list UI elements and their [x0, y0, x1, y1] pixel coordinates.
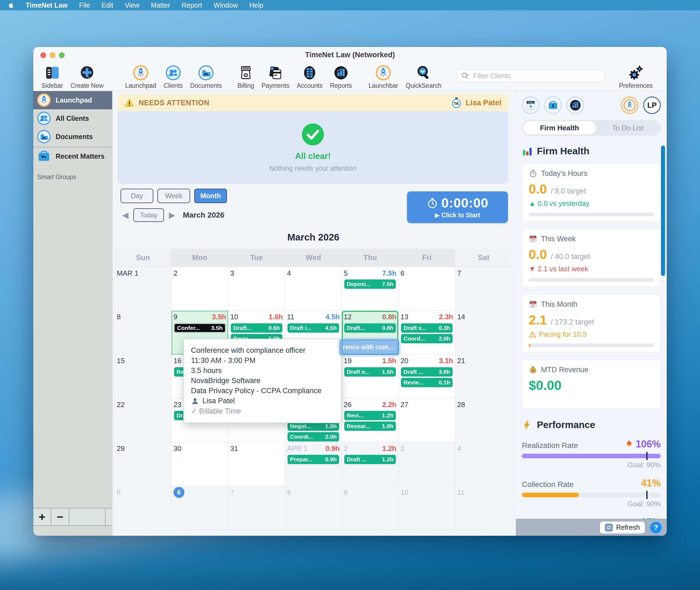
calendar-day-cell[interactable]: 6: [172, 486, 228, 530]
calendar-day-cell[interactable]: 15: [115, 355, 172, 399]
calendar-day-cell[interactable]: 57.5hDeposi...7.5h: [342, 267, 399, 311]
minimize-window-button[interactable]: [50, 53, 56, 58]
calendar-day-cell[interactable]: 30: [172, 442, 228, 486]
refresh-button[interactable]: Refresh: [600, 521, 645, 533]
tab-firm-health[interactable]: Firm Health: [523, 121, 596, 135]
sidebar-item-recent-matters[interactable]: Recent Matters: [33, 147, 112, 165]
prev-month-button[interactable]: ◀: [122, 211, 128, 219]
calendar-event[interactable]: Draft e...1.5h: [344, 367, 396, 377]
quick-entry-button[interactable]: Entry: [522, 97, 539, 114]
view-month-button[interactable]: Month: [194, 189, 227, 203]
calendar-day-cell[interactable]: 2: [172, 267, 228, 311]
calendar-day-cell[interactable]: 7: [455, 267, 512, 311]
toolbar-sidebar[interactable]: Sidebar: [41, 65, 63, 89]
calendar-day-cell[interactable]: 27: [399, 398, 455, 442]
calendar-day-cell[interactable]: 29: [115, 442, 172, 486]
calendar-day-cell[interactable]: 262.2hRevi...1.2hResear...1.0h: [342, 398, 399, 442]
tab-to-do-list[interactable]: To Do List: [596, 121, 660, 135]
calendar-day-cell[interactable]: 3: [228, 267, 285, 311]
dragged-event-ghost[interactable]: rence with com...: [340, 339, 399, 355]
calendar-day-cell[interactable]: 7: [228, 486, 285, 530]
calendar-day-cell[interactable]: 4: [285, 267, 342, 311]
toolbar-quicksearch[interactable]: QuickSearch: [406, 65, 442, 89]
calendar-event[interactable]: Confer...3.5h: [174, 323, 226, 332]
timer-start-button[interactable]: 0:00:00 ▶ Click to Start: [407, 191, 508, 223]
calendar-day-cell[interactable]: 14: [455, 311, 512, 355]
sidebar-item-documents[interactable]: Documents: [33, 127, 112, 146]
zoom-window-button[interactable]: [59, 53, 65, 58]
remove-button[interactable]: −: [51, 508, 69, 525]
avatar[interactable]: LP: [643, 97, 661, 114]
toolbar-create-new[interactable]: Create New: [70, 65, 103, 89]
calendar-day-cell[interactable]: APR 10.9hPrepar...0.9h: [285, 442, 342, 486]
toolbar-reports[interactable]: Reports: [330, 65, 352, 89]
launchpad-badge[interactable]: [621, 97, 638, 114]
calendar-day-cell[interactable]: 4: [455, 442, 512, 486]
chart-button[interactable]: [566, 97, 584, 114]
calendar-day-cell[interactable]: 3: [399, 442, 455, 486]
menu-app-name[interactable]: TimeNet Law: [26, 1, 68, 9]
calendar-day-cell[interactable]: 6: [399, 267, 455, 311]
pinned-matters-button[interactable]: [544, 97, 562, 114]
calendar-day-cell[interactable]: 31: [228, 442, 285, 486]
menu-report[interactable]: Report: [182, 1, 202, 9]
calendar-event[interactable]: Draft ...3.0h: [401, 367, 453, 377]
today-button[interactable]: Today: [134, 208, 164, 222]
calendar-day-cell[interactable]: 22: [115, 398, 172, 442]
perf-value: 106%: [624, 438, 661, 450]
filter-clients-input[interactable]: [457, 69, 605, 82]
calendar-event[interactable]: Prepar...0.9h: [287, 455, 339, 464]
calendar-event[interactable]: Draft ...1.2h: [344, 455, 396, 464]
calendar-event[interactable]: Draft i...4.5h: [287, 323, 339, 332]
calendar-event[interactable]: Draft...0.6h: [231, 323, 282, 332]
toolbar-documents[interactable]: Documents: [190, 65, 222, 89]
sidebar-item-all-clients[interactable]: All Clients: [33, 109, 112, 127]
calendar-event[interactable]: Revie...0.1h: [401, 378, 453, 387]
menu-help[interactable]: Help: [249, 1, 263, 9]
calendar-day-cell[interactable]: 28: [455, 398, 512, 442]
view-day-button[interactable]: Day: [120, 189, 153, 203]
sidebar-item-launchpad[interactable]: Launchpad: [33, 91, 112, 109]
calendar-event[interactable]: Revi...1.2h: [344, 411, 396, 420]
menu-window[interactable]: Window: [213, 1, 238, 9]
menu-matter[interactable]: Matter: [151, 1, 170, 9]
apple-icon[interactable]: [7, 1, 14, 9]
toolbar-payments[interactable]: Payments: [262, 65, 289, 89]
toolbar-launchpad[interactable]: Launchpad: [125, 65, 156, 89]
calendar-event[interactable]: Coordi...2.0h: [287, 432, 339, 441]
calendar-day-cell[interactable]: 132.3hDraft s...0.3hCoord...2.0h: [399, 311, 455, 355]
window-titlebar[interactable]: TimeNet Law (Networked): [33, 47, 667, 63]
calendar-day-cell[interactable]: MAR 1: [115, 267, 172, 311]
calendar-day-cell[interactable]: 5: [115, 486, 172, 530]
calendar-day-cell[interactable]: 203.1hDraft ...3.0hRevie...0.1h: [399, 355, 455, 399]
menu-view[interactable]: View: [125, 1, 140, 9]
calendar-day-cell[interactable]: 21.2hDraft ...1.2h: [342, 442, 399, 486]
toolbar-clients[interactable]: Clients: [164, 65, 183, 89]
view-week-button[interactable]: Week: [157, 189, 190, 203]
calendar-day-cell[interactable]: 11: [455, 486, 512, 530]
toolbar-billing[interactable]: Billing: [237, 65, 254, 89]
calendar-event[interactable]: Resear...1.0h: [344, 421, 396, 431]
calendar-event[interactable]: Coord...2.0h: [401, 334, 453, 343]
calendar-event[interactable]: Draft...0.8h: [344, 323, 396, 332]
calendar-event[interactable]: Deposi...7.5h: [344, 280, 396, 289]
next-month-button[interactable]: ▶: [169, 211, 175, 219]
add-button[interactable]: +: [33, 508, 51, 525]
calendar-day-cell[interactable]: 191.5hDraft e...1.5h: [342, 355, 399, 399]
calendar-day-cell[interactable]: 9: [342, 486, 399, 530]
toolbar-launchbar[interactable]: Launchbar: [368, 65, 398, 89]
current-user[interactable]: TK Lisa Patel: [450, 97, 501, 109]
close-window-button[interactable]: [40, 53, 46, 58]
menu-edit[interactable]: Edit: [101, 1, 113, 9]
calendar-day-cell[interactable]: 21: [455, 355, 512, 399]
menu-file[interactable]: File: [79, 1, 90, 9]
day-number: 14: [457, 313, 465, 321]
toolbar-accounts[interactable]: Accounts: [297, 65, 323, 89]
scrollbar[interactable]: [661, 145, 665, 276]
calendar-event[interactable]: Draft s...0.3h: [401, 323, 453, 332]
calendar-day-cell[interactable]: 8: [285, 486, 342, 530]
calendar-day-cell[interactable]: 8: [115, 311, 172, 355]
toolbar-preferences[interactable]: Preferences: [619, 65, 653, 89]
calendar-day-cell[interactable]: 10: [399, 486, 455, 530]
help-button[interactable]: ?: [649, 521, 662, 534]
